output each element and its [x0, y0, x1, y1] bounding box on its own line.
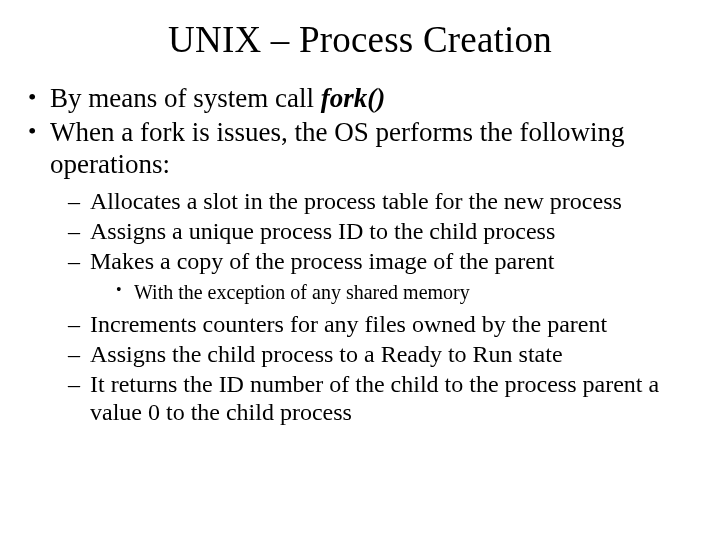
- sub-bullet-text: It returns the ID number of the child to…: [90, 371, 659, 425]
- sub-bullet-item: Makes a copy of the process image of the…: [68, 247, 700, 303]
- sub-bullet-item: Assigns the child process to a Ready to …: [68, 340, 700, 368]
- bullet-text: By means of system call: [50, 83, 321, 113]
- bullet-text: When a fork is issues, the OS performs t…: [50, 117, 624, 179]
- sub-bullet-item: Allocates a slot in the process table fo…: [68, 187, 700, 215]
- sub-bullet-item: Assigns a unique process ID to the child…: [68, 217, 700, 245]
- sub-bullet-text: Assigns a unique process ID to the child…: [90, 218, 555, 244]
- subsub-bullet-text: With the exception of any shared memory: [134, 281, 470, 303]
- fork-keyword: fork(): [321, 83, 385, 113]
- sub-bullet-text: Allocates a slot in the process table fo…: [90, 188, 622, 214]
- bullet-list-level2: Allocates a slot in the process table fo…: [50, 187, 700, 427]
- sub-bullet-item: Increments counters for any files owned …: [68, 310, 700, 338]
- bullet-item: When a fork is issues, the OS performs t…: [24, 117, 700, 427]
- bullet-list-level3: With the exception of any shared memory: [90, 280, 700, 304]
- slide-title: UNIX – Process Creation: [20, 18, 700, 61]
- bullet-item: By means of system call fork(): [24, 83, 700, 115]
- sub-bullet-item: It returns the ID number of the child to…: [68, 370, 700, 427]
- sub-bullet-text: Increments counters for any files owned …: [90, 311, 607, 337]
- subsub-bullet-item: With the exception of any shared memory: [116, 280, 700, 304]
- sub-bullet-text: Makes a copy of the process image of the…: [90, 248, 555, 274]
- bullet-list-level1: By means of system call fork() When a fo…: [20, 83, 700, 427]
- slide: UNIX – Process Creation By means of syst…: [0, 0, 720, 540]
- sub-bullet-text: Assigns the child process to a Ready to …: [90, 341, 563, 367]
